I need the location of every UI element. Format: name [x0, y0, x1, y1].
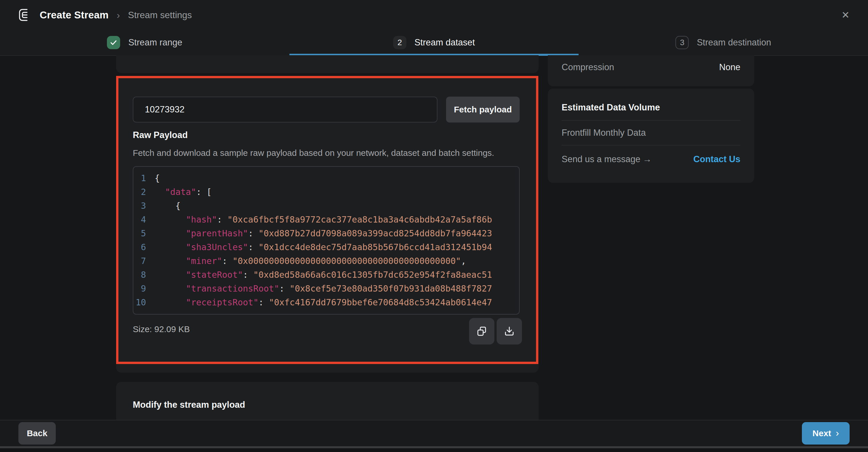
step-number-badge: 3 — [676, 36, 689, 49]
back-button[interactable]: Back — [19, 422, 56, 445]
chevron-right-icon: › — [836, 427, 839, 439]
code-line-content: "miner": "0x0000000000000000000000000000… — [155, 254, 466, 268]
code-line-content: "receiptsRoot": "0xfc4167dd7679bbef6e706… — [155, 296, 492, 309]
stream-summary-card: Compression None — [548, 55, 754, 86]
send-message-label: Send us a message → — [562, 154, 652, 164]
code-line-content: "data": [ — [155, 185, 212, 199]
code-line: 5 "parentHash": "0xd887b27dd7098a089a399… — [133, 227, 519, 240]
compression-row: Compression None — [562, 62, 740, 72]
compression-label: Compression — [562, 62, 614, 72]
line-number: 5 — [133, 227, 155, 240]
frontfill-label: Frontfill Monthly Data — [562, 128, 646, 138]
app-title: Create Stream — [40, 9, 108, 21]
code-line-content: "transactionsRoot": "0x8cef5e73e80ad350f… — [155, 282, 492, 296]
download-icon — [503, 326, 515, 337]
code-line: 3 { — [133, 199, 519, 213]
modify-payload-card: Modify the stream payload — [116, 382, 538, 420]
step-label: Stream range — [128, 37, 182, 48]
line-number: 7 — [133, 254, 155, 268]
code-line: 1{ — [133, 171, 519, 185]
frontfill-row: Frontfill Monthly Data — [562, 121, 740, 146]
contact-us-link[interactable]: Contact Us — [693, 154, 740, 164]
download-payload-button[interactable] — [497, 318, 522, 344]
payload-code-viewer[interactable]: 1{2 "data": [3 {4 "hash": "0xca6fbcf5f8a… — [133, 166, 520, 314]
line-number: 1 — [133, 171, 155, 185]
next-button-label: Next — [812, 428, 831, 438]
code-line: 9 "transactionsRoot": "0x8cef5e73e80ad35… — [133, 282, 519, 296]
estimate-title: Estimated Data Volume — [562, 102, 660, 113]
compression-value: None — [719, 62, 740, 72]
code-line: 8 "stateRoot": "0xd8ed58a66a6c016c1305fb… — [133, 268, 519, 282]
step-number-badge: 2 — [393, 36, 406, 49]
line-number: 10 — [133, 296, 155, 309]
copy-icon — [476, 326, 488, 337]
step-stream-range[interactable]: Stream range — [0, 30, 289, 55]
next-button[interactable]: Next › — [802, 422, 849, 445]
code-line-content: "sha3Uncles": "0x1dcc4de8dec75d7aab85b56… — [155, 240, 492, 254]
code-line: 6 "sha3Uncles": "0x1dcc4de8dec75d7aab85b… — [133, 240, 519, 254]
estimate-title-row: Estimated Data Volume — [562, 89, 740, 121]
block-number-input[interactable] — [133, 97, 437, 122]
code-line: 4 "hash": "0xca6fbcf5f8a9772cac377ea8c1b… — [133, 213, 519, 227]
code-line-content: "stateRoot": "0xd8ed58a66a6c016c1305fb7d… — [155, 268, 492, 282]
code-line-content: "parentHash": "0xd887b27dd7098a089a399ac… — [155, 227, 492, 240]
code-line: 10 "receiptsRoot": "0xfc4167dd7679bbef6e… — [133, 296, 519, 309]
raw-payload-card: Fetch payload Raw Payload Fetch and down… — [116, 77, 538, 373]
breadcrumb-page-title: Stream settings — [128, 10, 192, 21]
fetch-payload-button[interactable]: Fetch payload — [446, 97, 520, 122]
footer-bar: Back Next › — [0, 420, 868, 446]
code-line: 2 "data": [ — [133, 185, 519, 199]
step-stream-dataset[interactable]: 2 Stream dataset — [289, 30, 579, 55]
line-number: 3 — [133, 199, 155, 213]
scrolled-card-remnant — [116, 55, 538, 73]
copy-payload-button[interactable] — [469, 318, 494, 344]
line-number: 6 — [133, 240, 155, 254]
line-number: 2 — [133, 185, 155, 199]
breadcrumb-chevron-icon: › — [117, 9, 120, 21]
window-bottom-edge — [0, 446, 868, 452]
raw-payload-title: Raw Payload — [133, 130, 188, 140]
logo-icon — [19, 9, 32, 21]
top-bar: Create Stream › Stream settings ✕ — [0, 0, 868, 30]
contact-row: Send us a message → Contact Us — [562, 146, 740, 173]
raw-payload-description: Fetch and download a sample raw payload … — [133, 148, 494, 158]
code-line-content: { — [155, 199, 181, 213]
step-stream-destination[interactable]: 3 Stream destination — [579, 30, 868, 55]
stepper: Stream range 2 Stream dataset 3 Stream d… — [0, 30, 868, 56]
close-icon[interactable]: ✕ — [842, 10, 850, 20]
step-label: Stream destination — [697, 37, 771, 48]
create-stream-window: Create Stream › Stream settings ✕ Stream… — [0, 0, 868, 452]
code-line-content: { — [155, 171, 160, 185]
modify-payload-title: Modify the stream payload — [133, 400, 245, 410]
code-line-content: "hash": "0xca6fbcf5f8a9772cac377ea8c1ba3… — [155, 213, 492, 227]
payload-size-label: Size: 92.09 KB — [133, 324, 190, 334]
line-number: 9 — [133, 282, 155, 296]
check-icon — [107, 36, 120, 49]
line-number: 8 — [133, 268, 155, 282]
line-number: 4 — [133, 213, 155, 227]
code-line: 7 "miner": "0x00000000000000000000000000… — [133, 254, 519, 268]
step-label: Stream dataset — [414, 37, 475, 48]
estimated-data-volume-card: Estimated Data Volume Frontfill Monthly … — [548, 89, 754, 183]
